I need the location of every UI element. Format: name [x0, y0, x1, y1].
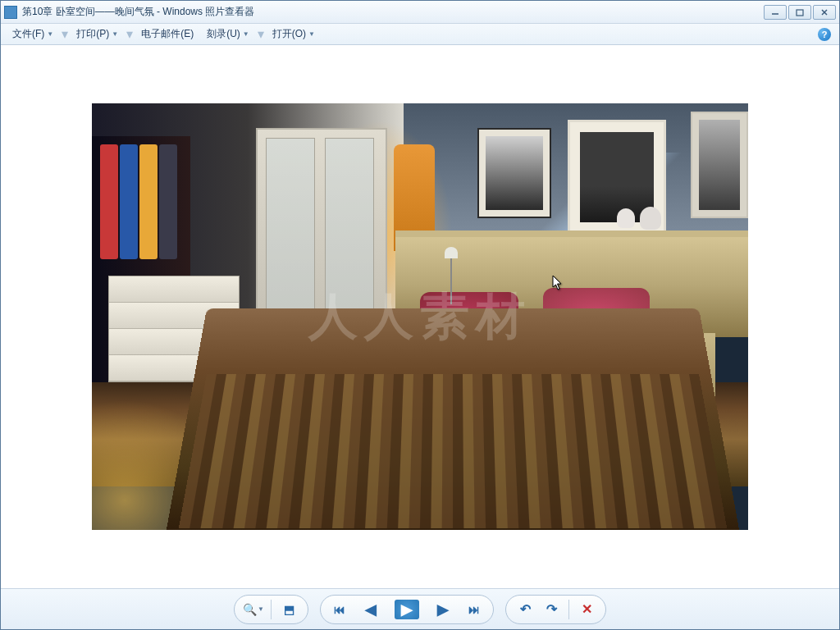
app-window: 第10章 卧室空间——晚间气氛 - Windows 照片查看器 文件(F)▼ ▾… — [0, 0, 840, 630]
next-button[interactable]: ▶ — [426, 597, 460, 622]
chevron-down-icon: ▼ — [258, 605, 264, 613]
menu-separator: ▾ — [62, 26, 68, 42]
window-controls — [764, 5, 836, 20]
nav-group: ⏮ ◀ ▶ ▶ ⏭ — [320, 595, 494, 624]
window-title: 第10章 卧室空间——晚间气氛 - Windows 照片查看器 — [22, 5, 764, 19]
menu-file-label: 文件(F) — [12, 27, 44, 41]
zoom-button[interactable]: 🔍▼ — [241, 598, 266, 621]
title-bar[interactable]: 第10章 卧室空间——晚间气氛 - Windows 照片查看器 — [1, 1, 839, 24]
menu-print-label: 打印(P) — [76, 27, 109, 41]
skip-first-icon: ⏮ — [334, 603, 345, 616]
svg-rect-1 — [797, 10, 803, 16]
chevron-down-icon: ▼ — [308, 30, 315, 38]
magnifier-icon: 🔍 — [243, 603, 257, 616]
arrow-left-icon: ◀ — [365, 600, 377, 619]
close-button[interactable] — [813, 5, 836, 20]
menu-email[interactable]: 电子邮件(E) — [135, 25, 200, 43]
rotate-cw-button[interactable]: ↷ — [539, 598, 564, 621]
delete-button[interactable]: ✕ — [574, 598, 599, 621]
rotate-ccw-button[interactable]: ↶ — [513, 598, 537, 621]
rotate-cw-icon: ↷ — [546, 601, 557, 617]
chevron-down-icon: ▼ — [112, 30, 118, 38]
zoom-group: 🔍▼ ⬒ — [234, 595, 308, 624]
delete-x-icon: ✕ — [582, 601, 592, 617]
menu-separator: ▾ — [126, 26, 133, 42]
skip-last-icon: ⏭ — [468, 603, 480, 616]
maximize-button[interactable] — [788, 5, 811, 20]
edit-group: ↶ ↷ ✕ — [505, 595, 606, 624]
chevron-down-icon: ▼ — [47, 30, 53, 38]
slideshow-button[interactable]: ▶ — [390, 597, 424, 622]
menu-open-label: 打开(O) — [272, 27, 306, 41]
fit-icon: ⬒ — [284, 603, 294, 616]
toolbar-separator — [271, 600, 272, 619]
menu-open[interactable]: 打开(O)▼ — [266, 25, 322, 43]
last-button[interactable]: ⏭ — [462, 598, 486, 621]
rotate-ccw-icon: ↶ — [520, 601, 531, 617]
play-slideshow-icon: ▶ — [395, 600, 419, 619]
first-button[interactable]: ⏮ — [327, 598, 352, 621]
minimize-button[interactable] — [764, 5, 787, 20]
menu-file[interactable]: 文件(F)▼ — [6, 25, 60, 43]
menu-separator: ▾ — [258, 26, 264, 42]
bottom-toolbar: 🔍▼ ⬒ ⏮ ◀ ▶ ▶ ⏭ ↶ ↷ ✕ — [1, 588, 839, 629]
previous-button[interactable]: ◀ — [354, 597, 388, 622]
menu-print[interactable]: 打印(P)▼ — [70, 25, 125, 43]
menu-email-label: 电子邮件(E) — [141, 27, 194, 41]
photo-viewport[interactable]: 人人素材 — [1, 45, 839, 588]
app-icon — [4, 6, 17, 19]
chevron-down-icon: ▼ — [243, 30, 249, 38]
menu-bar: 文件(F)▼ ▾ 打印(P)▼ ▾ 电子邮件(E) 刻录(U)▼ ▾ 打开(O)… — [1, 24, 839, 45]
arrow-right-icon: ▶ — [437, 600, 449, 619]
displayed-photo: 人人素材 — [92, 103, 748, 530]
fit-actual-button[interactable]: ⬒ — [276, 598, 301, 621]
toolbar-separator — [568, 600, 569, 619]
help-icon[interactable]: ? — [818, 28, 831, 41]
menu-burn[interactable]: 刻录(U)▼ — [200, 25, 256, 43]
menu-burn-label: 刻录(U) — [207, 27, 240, 41]
